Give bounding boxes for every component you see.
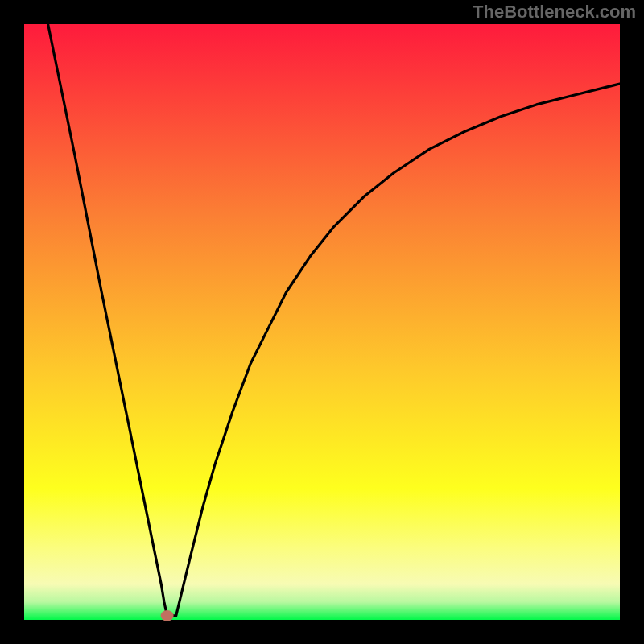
bottleneck-chart [0, 0, 644, 644]
optimal-point-marker [161, 610, 174, 621]
watermark-text: TheBottleneck.com [473, 2, 636, 23]
chart-container: TheBottleneck.com [0, 0, 644, 644]
svg-rect-0 [24, 24, 620, 620]
